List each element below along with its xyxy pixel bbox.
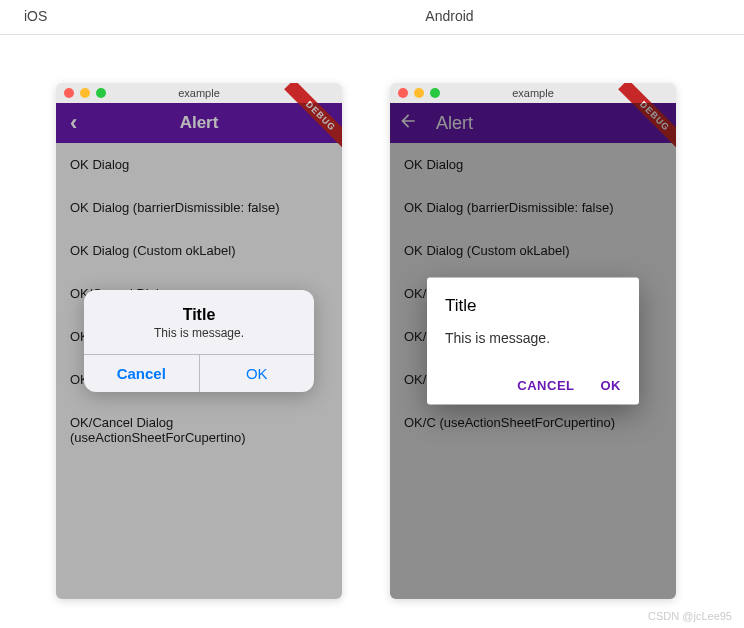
ios-device: example ‹ Alert DEBUG OK Dialog OK Dialo… — [56, 83, 342, 599]
cancel-button[interactable]: Cancel — [84, 355, 200, 392]
alert-title: Title — [96, 306, 302, 324]
window-title: example — [178, 87, 220, 99]
ok-button[interactable]: OK — [200, 355, 315, 392]
alert-dialog: Title This is message. CANCEL OK — [427, 278, 639, 405]
alert-message: This is message. — [445, 330, 621, 346]
watermark: CSDN @jcLee95 — [648, 610, 732, 622]
minimize-icon[interactable] — [414, 88, 424, 98]
window-title: example — [512, 87, 554, 99]
close-icon[interactable] — [398, 88, 408, 98]
maximize-icon[interactable] — [96, 88, 106, 98]
maximize-icon[interactable] — [430, 88, 440, 98]
alert-title: Title — [445, 296, 621, 316]
close-icon[interactable] — [64, 88, 74, 98]
android-device: example Alert DEBUG OK Dialog OK Dialog … — [390, 83, 676, 599]
alert-message: This is message. — [96, 326, 302, 340]
minimize-icon[interactable] — [80, 88, 90, 98]
alert-dialog: Title This is message. Cancel OK — [84, 290, 314, 392]
tab-android[interactable]: Android — [425, 8, 473, 24]
tab-ios[interactable]: iOS — [24, 8, 47, 24]
cancel-button[interactable]: CANCEL — [517, 378, 574, 393]
ok-button[interactable]: OK — [601, 378, 622, 393]
